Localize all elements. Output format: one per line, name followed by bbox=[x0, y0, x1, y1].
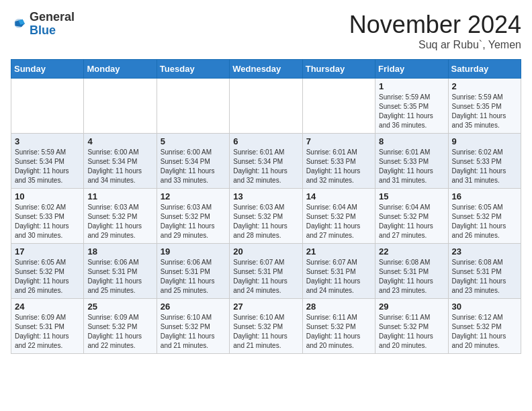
day-info: Sunrise: 6:09 AM Sunset: 5:31 PM Dayligh… bbox=[15, 313, 80, 351]
day-info: Sunrise: 6:03 AM Sunset: 5:32 PM Dayligh… bbox=[233, 203, 298, 240]
calendar-table: SundayMondayTuesdayWednesdayThursdayFrid… bbox=[11, 59, 521, 354]
calendar-cell: 10Sunrise: 6:02 AM Sunset: 5:33 PM Dayli… bbox=[11, 189, 84, 244]
calendar-cell: 20Sunrise: 6:07 AM Sunset: 5:31 PM Dayli… bbox=[230, 244, 302, 299]
day-info: Sunrise: 5:59 AM Sunset: 5:35 PM Dayligh… bbox=[379, 93, 444, 130]
weekday-header: Monday bbox=[84, 60, 157, 79]
day-number: 12 bbox=[161, 191, 226, 201]
calendar-cell: 16Sunrise: 6:05 AM Sunset: 5:32 PM Dayli… bbox=[448, 189, 521, 244]
day-info: Sunrise: 6:01 AM Sunset: 5:33 PM Dayligh… bbox=[306, 148, 371, 185]
calendar-cell: 18Sunrise: 6:06 AM Sunset: 5:31 PM Dayli… bbox=[84, 244, 157, 299]
calendar-cell: 27Sunrise: 6:10 AM Sunset: 5:32 PM Dayli… bbox=[230, 299, 302, 354]
day-number: 29 bbox=[379, 302, 444, 312]
day-number: 5 bbox=[161, 136, 226, 146]
day-info: Sunrise: 6:01 AM Sunset: 5:33 PM Dayligh… bbox=[379, 148, 444, 185]
calendar-cell bbox=[157, 79, 229, 134]
calendar-cell: 29Sunrise: 6:11 AM Sunset: 5:32 PM Dayli… bbox=[375, 299, 448, 354]
day-info: Sunrise: 6:03 AM Sunset: 5:32 PM Dayligh… bbox=[87, 203, 152, 240]
calendar-cell: 9Sunrise: 6:02 AM Sunset: 5:33 PM Daylig… bbox=[448, 134, 521, 189]
day-info: Sunrise: 6:02 AM Sunset: 5:33 PM Dayligh… bbox=[452, 148, 517, 185]
day-number: 9 bbox=[452, 136, 517, 146]
calendar-week-row: 3Sunrise: 5:59 AM Sunset: 5:34 PM Daylig… bbox=[11, 134, 521, 189]
day-info: Sunrise: 6:01 AM Sunset: 5:34 PM Dayligh… bbox=[233, 148, 298, 185]
day-number: 22 bbox=[379, 246, 444, 257]
calendar-cell: 17Sunrise: 6:05 AM Sunset: 5:32 PM Dayli… bbox=[11, 244, 84, 299]
calendar-week-row: 1Sunrise: 5:59 AM Sunset: 5:35 PM Daylig… bbox=[11, 79, 521, 134]
day-info: Sunrise: 6:05 AM Sunset: 5:32 PM Dayligh… bbox=[15, 258, 80, 295]
calendar-week-row: 24Sunrise: 6:09 AM Sunset: 5:31 PM Dayli… bbox=[11, 299, 521, 354]
calendar-cell: 11Sunrise: 6:03 AM Sunset: 5:32 PM Dayli… bbox=[84, 189, 157, 244]
calendar-body: 1Sunrise: 5:59 AM Sunset: 5:35 PM Daylig… bbox=[11, 79, 521, 354]
weekday-header: Saturday bbox=[448, 60, 521, 79]
calendar-cell: 24Sunrise: 6:09 AM Sunset: 5:31 PM Dayli… bbox=[11, 299, 84, 354]
calendar-cell: 7Sunrise: 6:01 AM Sunset: 5:33 PM Daylig… bbox=[302, 134, 375, 189]
day-number: 6 bbox=[233, 136, 298, 146]
calendar-cell bbox=[84, 79, 157, 134]
calendar-week-row: 10Sunrise: 6:02 AM Sunset: 5:33 PM Dayli… bbox=[11, 189, 521, 244]
calendar-cell bbox=[230, 79, 302, 134]
calendar-cell: 21Sunrise: 6:07 AM Sunset: 5:31 PM Dayli… bbox=[302, 244, 375, 299]
day-info: Sunrise: 6:05 AM Sunset: 5:32 PM Dayligh… bbox=[452, 203, 517, 240]
day-number: 26 bbox=[161, 302, 226, 312]
calendar-cell: 12Sunrise: 6:03 AM Sunset: 5:32 PM Dayli… bbox=[157, 189, 229, 244]
calendar-cell: 13Sunrise: 6:03 AM Sunset: 5:32 PM Dayli… bbox=[230, 189, 302, 244]
day-info: Sunrise: 6:12 AM Sunset: 5:32 PM Dayligh… bbox=[452, 313, 517, 351]
day-number: 20 bbox=[233, 246, 298, 257]
calendar-cell: 22Sunrise: 6:08 AM Sunset: 5:31 PM Dayli… bbox=[375, 244, 448, 299]
day-number: 17 bbox=[15, 246, 80, 257]
day-number: 30 bbox=[452, 302, 517, 312]
day-number: 16 bbox=[452, 191, 517, 201]
calendar-cell: 25Sunrise: 6:09 AM Sunset: 5:32 PM Dayli… bbox=[84, 299, 157, 354]
day-info: Sunrise: 6:07 AM Sunset: 5:31 PM Dayligh… bbox=[306, 258, 371, 295]
day-number: 10 bbox=[15, 191, 80, 201]
weekday-header: Tuesday bbox=[157, 60, 229, 79]
day-number: 8 bbox=[379, 136, 444, 146]
day-number: 4 bbox=[87, 136, 152, 146]
day-info: Sunrise: 5:59 AM Sunset: 5:35 PM Dayligh… bbox=[452, 93, 517, 130]
day-info: Sunrise: 6:04 AM Sunset: 5:32 PM Dayligh… bbox=[306, 203, 371, 240]
day-number: 13 bbox=[233, 191, 298, 201]
calendar-cell: 2Sunrise: 5:59 AM Sunset: 5:35 PM Daylig… bbox=[448, 79, 521, 134]
calendar-cell: 28Sunrise: 6:11 AM Sunset: 5:32 PM Dayli… bbox=[302, 299, 375, 354]
calendar-cell: 30Sunrise: 6:12 AM Sunset: 5:32 PM Dayli… bbox=[448, 299, 521, 354]
day-number: 21 bbox=[306, 246, 371, 257]
logo-text: General Blue bbox=[30, 11, 75, 38]
calendar-header: SundayMondayTuesdayWednesdayThursdayFrid… bbox=[11, 60, 521, 79]
day-number: 18 bbox=[87, 246, 152, 257]
calendar-cell: 6Sunrise: 6:01 AM Sunset: 5:34 PM Daylig… bbox=[230, 134, 302, 189]
calendar-cell: 19Sunrise: 6:06 AM Sunset: 5:31 PM Dayli… bbox=[157, 244, 229, 299]
day-number: 23 bbox=[452, 246, 517, 257]
day-info: Sunrise: 6:03 AM Sunset: 5:32 PM Dayligh… bbox=[161, 203, 226, 240]
calendar-cell: 4Sunrise: 6:00 AM Sunset: 5:34 PM Daylig… bbox=[84, 134, 157, 189]
day-info: Sunrise: 6:07 AM Sunset: 5:31 PM Dayligh… bbox=[233, 258, 298, 295]
day-number: 14 bbox=[306, 191, 371, 201]
calendar-cell: 5Sunrise: 6:00 AM Sunset: 5:34 PM Daylig… bbox=[157, 134, 229, 189]
day-number: 11 bbox=[87, 191, 152, 201]
day-number: 3 bbox=[15, 136, 80, 146]
weekday-header: Friday bbox=[375, 60, 448, 79]
day-info: Sunrise: 6:06 AM Sunset: 5:31 PM Dayligh… bbox=[161, 258, 226, 295]
day-number: 24 bbox=[15, 302, 80, 312]
day-info: Sunrise: 6:08 AM Sunset: 5:31 PM Dayligh… bbox=[452, 258, 517, 295]
day-info: Sunrise: 5:59 AM Sunset: 5:34 PM Dayligh… bbox=[15, 148, 80, 185]
title-block: November 2024 Suq ar Rubu`, Yemen bbox=[349, 11, 521, 51]
calendar-cell: 23Sunrise: 6:08 AM Sunset: 5:31 PM Dayli… bbox=[448, 244, 521, 299]
calendar-cell: 26Sunrise: 6:10 AM Sunset: 5:32 PM Dayli… bbox=[157, 299, 229, 354]
day-number: 15 bbox=[379, 191, 444, 201]
calendar-cell bbox=[302, 79, 375, 134]
weekday-header: Thursday bbox=[302, 60, 375, 79]
month-title: November 2024 bbox=[349, 11, 521, 39]
day-info: Sunrise: 6:04 AM Sunset: 5:32 PM Dayligh… bbox=[379, 203, 444, 240]
day-number: 2 bbox=[452, 81, 517, 91]
day-number: 25 bbox=[87, 302, 152, 312]
page-header: General Blue November 2024 Suq ar Rubu`,… bbox=[11, 11, 521, 51]
calendar-cell: 8Sunrise: 6:01 AM Sunset: 5:33 PM Daylig… bbox=[375, 134, 448, 189]
day-info: Sunrise: 6:10 AM Sunset: 5:32 PM Dayligh… bbox=[161, 313, 226, 351]
logo-icon bbox=[11, 16, 27, 32]
weekday-header-row: SundayMondayTuesdayWednesdayThursdayFrid… bbox=[11, 60, 521, 79]
calendar-cell: 14Sunrise: 6:04 AM Sunset: 5:32 PM Dayli… bbox=[302, 189, 375, 244]
day-number: 7 bbox=[306, 136, 371, 146]
logo: General Blue bbox=[11, 11, 75, 38]
day-number: 19 bbox=[161, 246, 226, 257]
calendar-cell bbox=[11, 79, 84, 134]
calendar-cell: 1Sunrise: 5:59 AM Sunset: 5:35 PM Daylig… bbox=[375, 79, 448, 134]
